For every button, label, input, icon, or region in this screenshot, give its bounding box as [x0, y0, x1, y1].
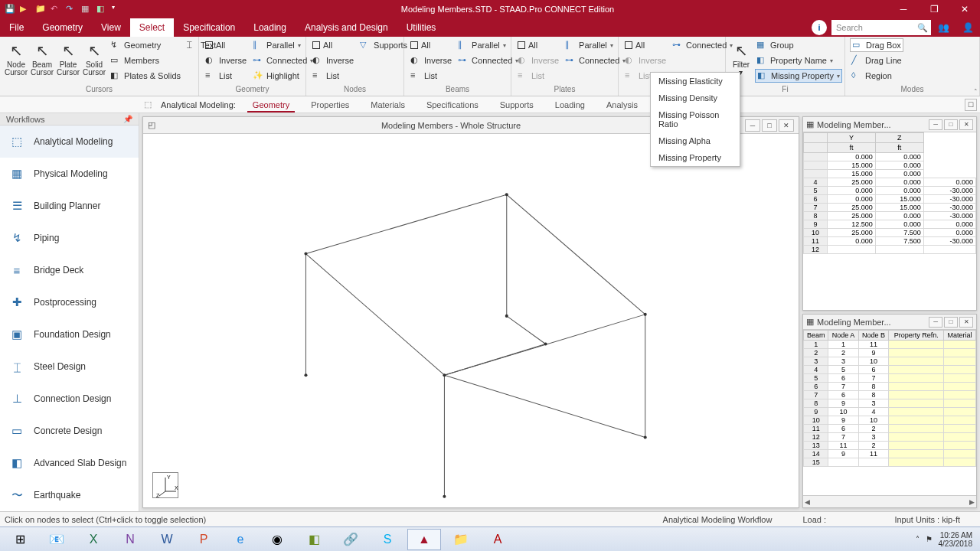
tb-skype-icon[interactable]: S — [371, 529, 404, 550]
workflow-item-concrete-design[interactable]: ▭Concrete Design — [0, 415, 139, 447]
search-icon[interactable]: 🔍 — [917, 23, 928, 33]
nodes-max-button[interactable]: □ — [944, 119, 958, 130]
tray-flag-icon[interactable]: ⚑ — [926, 535, 933, 543]
plate-cursor-button[interactable]: ↖PlateCursor — [55, 38, 81, 85]
qa-more-icon[interactable]: ▾ — [112, 4, 122, 15]
tab-utilities[interactable]: Utilities — [397, 18, 446, 37]
tab-view[interactable]: View — [92, 18, 130, 37]
plates-list-button[interactable]: ≡List — [516, 69, 560, 83]
start-button[interactable]: ⊞ — [3, 529, 37, 550]
ribbon-collapse-icon[interactable]: ˄ — [974, 88, 978, 96]
geometry-cursor-button[interactable]: ↯Geometry — [109, 38, 182, 52]
tab-file[interactable]: File — [0, 18, 33, 37]
qa-nodes-icon[interactable]: ▦ — [81, 4, 92, 15]
solids-connected-button[interactable]: ⊶Connected — [671, 38, 734, 52]
geom-all-button[interactable]: All — [204, 38, 248, 52]
connect-button[interactable]: 👥 — [934, 18, 952, 37]
subtab-expand-icon[interactable]: ☐ — [965, 99, 977, 111]
plates-inverse-button[interactable]: ◐Inverse — [516, 54, 560, 67]
geom-inverse-button[interactable]: ◐Inverse — [204, 54, 248, 67]
solids-all-button[interactable]: All — [623, 38, 668, 52]
solids-inverse-button[interactable]: ◐Inverse — [623, 54, 668, 67]
beams-connected-button[interactable]: ⊶Connected — [456, 54, 520, 67]
drawing-canvas[interactable]: YXZ — [143, 134, 799, 507]
tb-explorer-icon[interactable]: 📁 — [444, 529, 478, 550]
tray-chevron-icon[interactable]: ˄ — [916, 535, 920, 543]
property-name-button[interactable]: ◧Property Name — [755, 54, 842, 67]
nodes-table[interactable]: YZftft0.0000.00015.0000.00015.0000.00042… — [803, 132, 976, 254]
tab-specification[interactable]: Specification — [174, 18, 244, 37]
group-button[interactable]: ▦Group — [755, 38, 842, 52]
beams-inverse-button[interactable]: ◐Inverse — [409, 54, 453, 67]
workflow-item-building-planner[interactable]: ☰Building Planner — [0, 190, 139, 222]
beam-cursor-button[interactable]: ↖BeamCursor — [29, 38, 55, 85]
solid-cursor-button[interactable]: ↖SolidCursor — [81, 38, 107, 85]
dd-missing-elasticity[interactable]: Missing Elasticity — [651, 73, 740, 90]
subtab-specifications[interactable]: Specifications — [416, 96, 489, 112]
subtab-properties[interactable]: Properties — [300, 96, 360, 112]
pin-icon[interactable]: 📌 — [123, 115, 132, 123]
qa-redo-icon[interactable]: ↷ — [66, 4, 77, 15]
geom-parallel-button[interactable]: ∥Parallel — [251, 38, 315, 52]
tb-excel-icon[interactable]: X — [77, 529, 110, 550]
plates-parallel-button[interactable]: ∥Parallel — [564, 38, 627, 52]
workflow-item-steel-design[interactable]: ⌶Steel Design — [0, 350, 139, 383]
subtab-analysis[interactable]: Analysis — [596, 96, 648, 112]
qa-save-icon[interactable]: 💾 — [5, 4, 15, 15]
geom-list-button[interactable]: ≡List — [204, 69, 248, 83]
beams-max-button[interactable]: □ — [944, 317, 958, 328]
tb-outlook-icon[interactable]: 📧 — [40, 529, 74, 550]
workflow-item-earthquake[interactable]: 〜Earthquake — [0, 479, 139, 511]
qa-plates-icon[interactable]: ◧ — [96, 4, 107, 15]
dd-missing-alpha[interactable]: Missing Alpha — [651, 132, 740, 149]
taskbar-clock[interactable]: 10:26 AM 4/23/2018 — [939, 531, 973, 548]
beams-table[interactable]: BeamNode ANode BProperty Refn.Material11… — [803, 330, 976, 467]
tb-app2-icon[interactable]: 🔗 — [334, 529, 368, 550]
tb-word-icon[interactable]: W — [150, 529, 184, 550]
plates-connected-button[interactable]: ⊶Connected — [564, 54, 627, 67]
workflow-item-analytical-modeling[interactable]: ⬚Analytical Modeling — [0, 126, 139, 158]
qa-run-icon[interactable]: ▶ — [20, 4, 31, 15]
beams-list-button[interactable]: ≡List — [409, 69, 453, 83]
nodes-list-button[interactable]: ≡List — [311, 69, 355, 83]
drag-line-button[interactable]: ╱Drag Line — [850, 54, 903, 67]
beams-all-button[interactable]: All — [409, 38, 453, 52]
draw-max-button[interactable]: □ — [762, 119, 777, 132]
nodes-close-button[interactable]: ✕ — [959, 119, 973, 130]
search-box[interactable]: Search 🔍 — [831, 20, 931, 35]
workflow-item-physical-modeling[interactable]: ▦Physical Modeling — [0, 158, 139, 190]
nodes-all-button[interactable]: All — [311, 38, 355, 52]
tb-acrobat-icon[interactable]: A — [481, 529, 514, 550]
tab-loading[interactable]: Loading — [244, 18, 296, 37]
user-button[interactable]: 👤 — [959, 18, 977, 37]
tab-select[interactable]: Select — [130, 18, 174, 37]
tab-analysis-design[interactable]: Analysis and Design — [296, 18, 397, 37]
minimize-button[interactable]: ─ — [888, 0, 919, 18]
workflow-item-postprocessing[interactable]: ✚Postprocessing — [0, 286, 139, 318]
geom-highlight-button[interactable]: ✨Highlight — [251, 69, 315, 83]
tb-chrome-icon[interactable]: ◉ — [260, 529, 294, 550]
plates-all-button[interactable]: All — [516, 38, 560, 52]
dd-missing-density[interactable]: Missing Density — [651, 90, 740, 106]
nodes-supports-button[interactable]: ▽Supports — [358, 38, 409, 52]
draw-close-button[interactable]: ✕ — [779, 119, 794, 132]
region-button[interactable]: ◊Region — [850, 69, 903, 83]
qa-folder-icon[interactable]: 📁 — [35, 4, 46, 15]
dd-missing-poisson[interactable]: Missing Poisson Ratio — [651, 106, 740, 132]
nodes-min-button[interactable]: ─ — [929, 119, 942, 130]
draw-min-button[interactable]: ─ — [745, 119, 760, 132]
qa-undo-icon[interactable]: ↶ — [51, 4, 61, 15]
subtab-supports[interactable]: Supports — [489, 96, 544, 112]
drag-box-button[interactable]: ▭Drag Box — [850, 38, 903, 52]
workflow-item-advanced-slab-design[interactable]: ◧Advanced Slab Design — [0, 447, 139, 479]
beams-hscroll[interactable]: ◀▶ — [803, 495, 976, 507]
beams-close-button[interactable]: ✕ — [959, 317, 973, 328]
workflow-item-bridge-deck[interactable]: ≡Bridge Deck — [0, 254, 139, 286]
members-cursor-button[interactable]: ▭Members — [109, 54, 182, 67]
workflow-item-connection-design[interactable]: ⊥Connection Design — [0, 383, 139, 415]
geom-connected-button[interactable]: ⊶Connected — [251, 54, 315, 67]
beams-parallel-button[interactable]: ∥Parallel — [456, 38, 520, 52]
subtab-loading[interactable]: Loading — [544, 96, 596, 112]
missing-property-dropdown[interactable]: Missing Elasticity Missing Density Missi… — [650, 72, 740, 167]
nodes-inverse-button[interactable]: ◐Inverse — [311, 54, 355, 67]
